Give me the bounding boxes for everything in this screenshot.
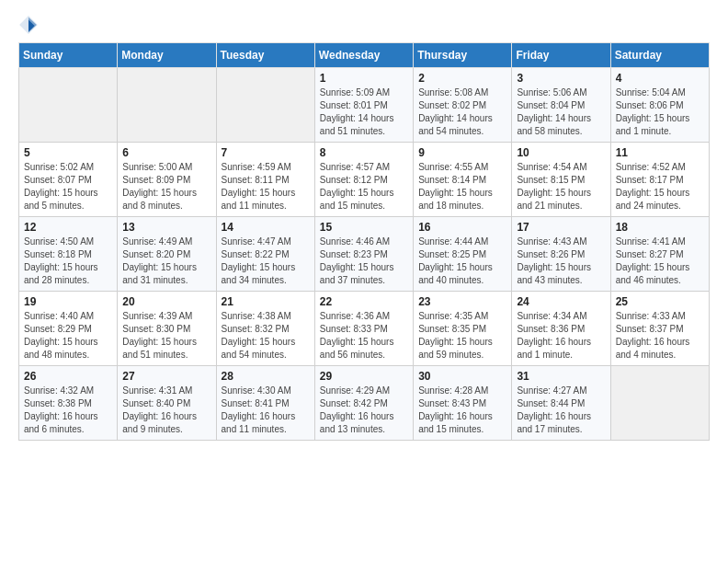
calendar-cell: 9Sunrise: 4:55 AMSunset: 8:14 PMDaylight…: [414, 143, 512, 217]
day-number: 20: [122, 295, 210, 308]
day-detail: Sunrise: 4:31 AMSunset: 8:40 PMDaylight:…: [122, 385, 210, 436]
day-number: 30: [418, 370, 506, 383]
day-detail: Sunrise: 4:47 AMSunset: 8:22 PMDaylight:…: [222, 236, 310, 287]
day-number: 27: [122, 370, 210, 383]
calendar-week-4: 19Sunrise: 4:40 AMSunset: 8:29 PMDayligh…: [19, 292, 710, 366]
day-number: 4: [616, 72, 704, 85]
col-header-saturday: Saturday: [610, 43, 709, 68]
day-detail: Sunrise: 4:52 AMSunset: 8:17 PMDaylight:…: [616, 161, 704, 213]
day-number: 1: [320, 72, 408, 85]
calendar-cell: 24Sunrise: 4:34 AMSunset: 8:36 PMDayligh…: [512, 292, 610, 366]
calendar-cell: [216, 68, 314, 143]
col-header-sunday: Sunday: [19, 43, 118, 68]
col-header-thursday: Thursday: [414, 43, 512, 68]
day-number: 23: [418, 295, 506, 308]
day-detail: Sunrise: 4:33 AMSunset: 8:37 PMDaylight:…: [616, 310, 704, 362]
day-number: 12: [24, 221, 112, 234]
day-detail: Sunrise: 5:09 AMSunset: 8:01 PMDaylight:…: [320, 86, 408, 138]
calendar-cell: 8Sunrise: 4:57 AMSunset: 8:12 PMDaylight…: [314, 143, 413, 217]
col-header-tuesday: Tuesday: [216, 43, 314, 68]
calendar-cell: 13Sunrise: 4:49 AMSunset: 8:20 PMDayligh…: [118, 217, 216, 292]
day-detail: Sunrise: 4:41 AMSunset: 8:27 PMDaylight:…: [616, 236, 704, 287]
day-number: 3: [517, 72, 605, 85]
day-detail: Sunrise: 4:32 AMSunset: 8:38 PMDaylight:…: [24, 385, 112, 436]
calendar-cell: 16Sunrise: 4:44 AMSunset: 8:25 PMDayligh…: [414, 217, 512, 292]
calendar-cell: 5Sunrise: 5:02 AMSunset: 8:07 PMDaylight…: [19, 143, 118, 217]
calendar-cell: [118, 68, 216, 143]
day-detail: Sunrise: 4:29 AMSunset: 8:42 PMDaylight:…: [320, 385, 408, 436]
day-number: 2: [418, 72, 506, 85]
day-number: 8: [320, 146, 408, 159]
calendar-cell: 20Sunrise: 4:39 AMSunset: 8:30 PMDayligh…: [118, 292, 216, 366]
calendar-cell: 17Sunrise: 4:43 AMSunset: 8:26 PMDayligh…: [512, 217, 610, 292]
calendar-cell: 29Sunrise: 4:29 AMSunset: 8:42 PMDayligh…: [314, 366, 413, 441]
day-detail: Sunrise: 4:43 AMSunset: 8:26 PMDaylight:…: [517, 236, 605, 287]
page-header: [18, 15, 710, 35]
day-detail: Sunrise: 5:02 AMSunset: 8:07 PMDaylight:…: [24, 161, 112, 213]
day-number: 9: [418, 146, 506, 159]
day-detail: Sunrise: 4:38 AMSunset: 8:32 PMDaylight:…: [222, 310, 310, 362]
day-number: 11: [616, 146, 704, 159]
day-number: 21: [222, 295, 310, 308]
calendar-cell: 3Sunrise: 5:06 AMSunset: 8:04 PMDaylight…: [512, 68, 610, 143]
col-header-wednesday: Wednesday: [314, 43, 413, 68]
calendar-week-2: 5Sunrise: 5:02 AMSunset: 8:07 PMDaylight…: [19, 143, 710, 217]
calendar-cell: 27Sunrise: 4:31 AMSunset: 8:40 PMDayligh…: [118, 366, 216, 441]
day-number: 7: [222, 146, 310, 159]
calendar-week-5: 26Sunrise: 4:32 AMSunset: 8:38 PMDayligh…: [19, 366, 710, 441]
day-number: 5: [24, 146, 112, 159]
calendar-cell: 18Sunrise: 4:41 AMSunset: 8:27 PMDayligh…: [610, 217, 709, 292]
day-detail: Sunrise: 4:34 AMSunset: 8:36 PMDaylight:…: [517, 310, 605, 362]
calendar-cell: 14Sunrise: 4:47 AMSunset: 8:22 PMDayligh…: [216, 217, 314, 292]
calendar-cell: 23Sunrise: 4:35 AMSunset: 8:35 PMDayligh…: [414, 292, 512, 366]
day-detail: Sunrise: 4:49 AMSunset: 8:20 PMDaylight:…: [122, 236, 210, 287]
calendar-cell: 6Sunrise: 5:00 AMSunset: 8:09 PMDaylight…: [118, 143, 216, 217]
day-detail: Sunrise: 4:55 AMSunset: 8:14 PMDaylight:…: [418, 161, 506, 213]
calendar-cell: 15Sunrise: 4:46 AMSunset: 8:23 PMDayligh…: [314, 217, 413, 292]
day-number: 31: [517, 370, 605, 383]
calendar-cell: 1Sunrise: 5:09 AMSunset: 8:01 PMDaylight…: [314, 68, 413, 143]
day-detail: Sunrise: 4:35 AMSunset: 8:35 PMDaylight:…: [418, 310, 506, 362]
day-detail: Sunrise: 5:08 AMSunset: 8:02 PMDaylight:…: [418, 86, 506, 138]
day-number: 16: [418, 221, 506, 234]
calendar-cell: 28Sunrise: 4:30 AMSunset: 8:41 PMDayligh…: [216, 366, 314, 441]
day-detail: Sunrise: 4:59 AMSunset: 8:11 PMDaylight:…: [222, 161, 310, 213]
logo-icon: [18, 15, 39, 35]
calendar-cell: 31Sunrise: 4:27 AMSunset: 8:44 PMDayligh…: [512, 366, 610, 441]
day-number: 15: [320, 221, 408, 234]
day-detail: Sunrise: 4:54 AMSunset: 8:15 PMDaylight:…: [517, 161, 605, 213]
calendar-cell: 2Sunrise: 5:08 AMSunset: 8:02 PMDaylight…: [414, 68, 512, 143]
day-detail: Sunrise: 5:04 AMSunset: 8:06 PMDaylight:…: [616, 86, 704, 138]
day-number: 13: [122, 221, 210, 234]
day-number: 19: [24, 295, 112, 308]
day-number: 25: [616, 295, 704, 308]
day-number: 26: [24, 370, 112, 383]
day-detail: Sunrise: 4:57 AMSunset: 8:12 PMDaylight:…: [320, 161, 408, 213]
day-number: 22: [320, 295, 408, 308]
calendar-cell: 26Sunrise: 4:32 AMSunset: 8:38 PMDayligh…: [19, 366, 118, 441]
day-detail: Sunrise: 5:00 AMSunset: 8:09 PMDaylight:…: [122, 161, 210, 213]
day-detail: Sunrise: 5:06 AMSunset: 8:04 PMDaylight:…: [517, 86, 605, 138]
day-number: 24: [517, 295, 605, 308]
day-number: 6: [122, 146, 210, 159]
calendar-week-3: 12Sunrise: 4:50 AMSunset: 8:18 PMDayligh…: [19, 217, 710, 292]
day-detail: Sunrise: 4:44 AMSunset: 8:25 PMDaylight:…: [418, 236, 506, 287]
calendar-cell: [19, 68, 118, 143]
logo: [18, 15, 42, 35]
day-detail: Sunrise: 4:36 AMSunset: 8:33 PMDaylight:…: [320, 310, 408, 362]
calendar-cell: 12Sunrise: 4:50 AMSunset: 8:18 PMDayligh…: [19, 217, 118, 292]
calendar-cell: 4Sunrise: 5:04 AMSunset: 8:06 PMDaylight…: [610, 68, 709, 143]
day-number: 14: [222, 221, 310, 234]
calendar-cell: 7Sunrise: 4:59 AMSunset: 8:11 PMDaylight…: [216, 143, 314, 217]
day-number: 10: [517, 146, 605, 159]
day-detail: Sunrise: 4:30 AMSunset: 8:41 PMDaylight:…: [222, 385, 310, 436]
day-detail: Sunrise: 4:46 AMSunset: 8:23 PMDaylight:…: [320, 236, 408, 287]
calendar-cell: 25Sunrise: 4:33 AMSunset: 8:37 PMDayligh…: [610, 292, 709, 366]
day-detail: Sunrise: 4:50 AMSunset: 8:18 PMDaylight:…: [24, 236, 112, 287]
day-number: 17: [517, 221, 605, 234]
calendar-cell: 21Sunrise: 4:38 AMSunset: 8:32 PMDayligh…: [216, 292, 314, 366]
calendar-cell: 19Sunrise: 4:40 AMSunset: 8:29 PMDayligh…: [19, 292, 118, 366]
calendar-cell: 10Sunrise: 4:54 AMSunset: 8:15 PMDayligh…: [512, 143, 610, 217]
day-detail: Sunrise: 4:40 AMSunset: 8:29 PMDaylight:…: [24, 310, 112, 362]
day-detail: Sunrise: 4:27 AMSunset: 8:44 PMDaylight:…: [517, 385, 605, 436]
